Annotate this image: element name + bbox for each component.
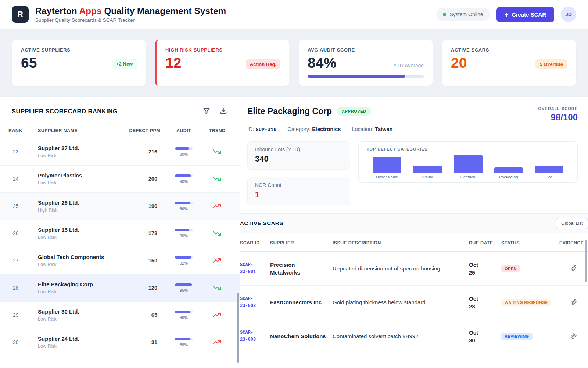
stat-label: ACTIVE SCARS bbox=[451, 47, 567, 53]
ncr-count-box: NCR Count 1 bbox=[247, 177, 350, 205]
table-row[interactable]: 29 Supplier 30 Ltd. Low Risk 65 86% bbox=[0, 302, 240, 329]
global-list-button[interactable]: Global List bbox=[556, 218, 588, 229]
chart-bar bbox=[494, 167, 523, 173]
scar-row[interactable]: SCAR-23-001 Precision Metalworks Repeate… bbox=[240, 252, 588, 286]
chart-bar bbox=[373, 157, 401, 173]
rank-number: 29 bbox=[8, 312, 38, 318]
scar-supplier: Precision Metalworks bbox=[270, 261, 326, 276]
trend-icon bbox=[213, 176, 222, 182]
audit-percent-label: 95% bbox=[180, 288, 188, 293]
scar-row[interactable]: SCAR-23-003 NanoChem Solutions Contamina… bbox=[240, 319, 588, 353]
rank-number: 30 bbox=[8, 339, 38, 345]
supplier-detail: Elite Packaging Corp APPROVED OVERALL SC… bbox=[240, 97, 588, 213]
chart-bar-group: Packaging bbox=[488, 155, 529, 179]
table-row[interactable]: 23 Supplier 27 Ltd. Low Risk 216 80% bbox=[0, 138, 240, 166]
status-badge: REVIEWING bbox=[501, 333, 533, 340]
audit-bar-track bbox=[175, 283, 193, 286]
risk-level: Low Risk bbox=[38, 180, 128, 185]
defect-chart-bars: DimensionalVisualElectricalPackagingDoc bbox=[367, 155, 569, 179]
risk-level: Low Risk bbox=[38, 235, 128, 240]
rank-number: 28 bbox=[8, 285, 38, 291]
stat-badge: +2 New bbox=[112, 59, 137, 69]
supplier-name: Supplier 15 Ltd. bbox=[38, 227, 128, 233]
defect-categories-chart: TOP DEFECT CATEGORIES DimensionalVisualE… bbox=[358, 141, 578, 183]
left-panel-scrollbar[interactable] bbox=[237, 293, 239, 363]
inbound-lots-box: Inbound Lots (YTD) 340 bbox=[247, 141, 350, 170]
download-icon[interactable] bbox=[220, 107, 227, 116]
table-row[interactable]: 25 Supplier 26 Ltd. High Risk 196 86% bbox=[0, 193, 240, 220]
app-logo: R bbox=[12, 6, 29, 23]
risk-level: Low Risk bbox=[38, 262, 128, 267]
supplier-category: Category: Electronics bbox=[287, 126, 341, 132]
inbound-lots-value: 340 bbox=[255, 154, 343, 164]
audit-progress-track bbox=[308, 75, 424, 78]
audit-cell: 80% bbox=[166, 147, 201, 156]
audit-percent-label: 90% bbox=[180, 179, 188, 184]
audit-cell: 88% bbox=[166, 338, 201, 347]
chart-bar-label: Dimensional bbox=[376, 175, 398, 179]
stat-active-suppliers: ACTIVE SUPPLIERS 65 +2 New bbox=[12, 39, 146, 86]
ranking-table-header: RANK SUPPLIER NAME DEFECT PPM AUDIT TREN… bbox=[0, 123, 240, 138]
table-row[interactable]: 26 Supplier 15 Ltd. Low Risk 178 80% bbox=[0, 220, 240, 247]
defect-ppm-value: 178 bbox=[128, 230, 166, 236]
stat-avg-audit-score: AVG AUDIT SCORE 84% YTD Average bbox=[298, 39, 433, 86]
supplier-cell: Supplier 24 Ltd. Low Risk bbox=[38, 336, 128, 349]
paperclip-icon[interactable] bbox=[569, 331, 578, 342]
col-status: STATUS bbox=[501, 240, 553, 247]
trend-icon bbox=[213, 149, 222, 155]
chart-bar-group: Doc bbox=[529, 155, 569, 179]
scars-table-body: SCAR-23-001 Precision Metalworks Repeate… bbox=[240, 252, 588, 353]
app-root: R Rayterton Apps Quality Management Syst… bbox=[0, 0, 588, 368]
avatar[interactable]: JD bbox=[561, 7, 576, 22]
audit-bar-fill bbox=[175, 256, 191, 259]
audit-percent-label: 86% bbox=[180, 315, 188, 320]
defect-ppm-value: 216 bbox=[128, 149, 166, 155]
supplier-id: ID: SUP-310 bbox=[247, 126, 276, 132]
col-trend: TREND bbox=[201, 128, 233, 133]
audit-bar-fill bbox=[175, 311, 190, 313]
audit-percent-label: 88% bbox=[180, 343, 188, 347]
title-brand: Apps bbox=[79, 6, 102, 16]
scar-id: SCAR-23-002 bbox=[240, 296, 258, 309]
rank-number: 27 bbox=[8, 258, 38, 263]
table-row[interactable]: 28 Elite Packaging Corp Low Risk 120 95% bbox=[0, 275, 240, 302]
risk-level: Low Risk bbox=[38, 344, 128, 349]
supplier-cell: Polymer Plastics Low Risk bbox=[38, 172, 128, 185]
scar-row[interactable]: SCAR-23-002 FastConnectors Inc Gold plat… bbox=[240, 286, 588, 319]
supplier-ranking-panel: SUPPLIER SCORECARD RANKING RANK SUPPLIER… bbox=[0, 97, 240, 368]
title-block: Rayterton Apps Quality Management System… bbox=[35, 6, 226, 23]
chart-title: TOP DEFECT CATEGORIES bbox=[367, 147, 569, 151]
active-scars-title: ACTIVE SCARS bbox=[240, 220, 283, 226]
defect-ppm-value: 196 bbox=[128, 203, 166, 209]
audit-bar-track bbox=[175, 147, 193, 150]
audit-bar-fill bbox=[175, 283, 192, 286]
table-row[interactable]: 27 Global Tech Components Low Risk 150 9… bbox=[0, 247, 240, 275]
create-scar-button[interactable]: + Create SCAR bbox=[496, 7, 554, 22]
chart-bar-label: Packaging bbox=[499, 175, 518, 179]
scar-due-cell: Oct 30 bbox=[469, 329, 495, 344]
table-row[interactable]: 30 Supplier 24 Ltd. Low Risk 31 88% bbox=[0, 329, 240, 356]
page-subtitle: Supplier Quality Scorecards & SCAR Track… bbox=[35, 17, 226, 23]
table-row[interactable]: 24 Polymer Plastics Low Risk 200 90% bbox=[0, 166, 240, 193]
stat-value: 84% bbox=[308, 56, 336, 71]
supplier-mini-stats: Inbound Lots (YTD) 340 NCR Count 1 bbox=[247, 141, 350, 205]
audit-bar-track bbox=[175, 311, 193, 313]
stat-label: HIGH RISK SUPPLIERS bbox=[165, 47, 280, 53]
page-title: Rayterton Apps Quality Management System bbox=[35, 6, 226, 16]
filter-icon[interactable] bbox=[203, 107, 210, 116]
supplier-cell: Elite Packaging Corp Low Risk bbox=[38, 281, 128, 294]
audit-bar-track bbox=[175, 174, 193, 177]
stat-label: ACTIVE SUPPLIERS bbox=[21, 47, 137, 53]
paperclip-icon[interactable] bbox=[569, 297, 578, 308]
audit-percent-label: 80% bbox=[180, 152, 188, 156]
audit-cell: 95% bbox=[166, 283, 201, 293]
paperclip-icon[interactable] bbox=[569, 263, 578, 274]
audit-cell: 86% bbox=[166, 311, 201, 320]
stat-badge: 5 Overdue bbox=[535, 59, 567, 69]
right-panel-scrollbar[interactable] bbox=[585, 240, 587, 282]
risk-level: Low Risk bbox=[38, 316, 128, 322]
supplier-name: Polymer Plastics bbox=[38, 172, 128, 178]
col-issue-description: ISSUE DESCRIPTION bbox=[333, 240, 462, 247]
risk-level: Low Risk bbox=[38, 153, 128, 158]
stat-note: YTD Average bbox=[393, 63, 424, 68]
